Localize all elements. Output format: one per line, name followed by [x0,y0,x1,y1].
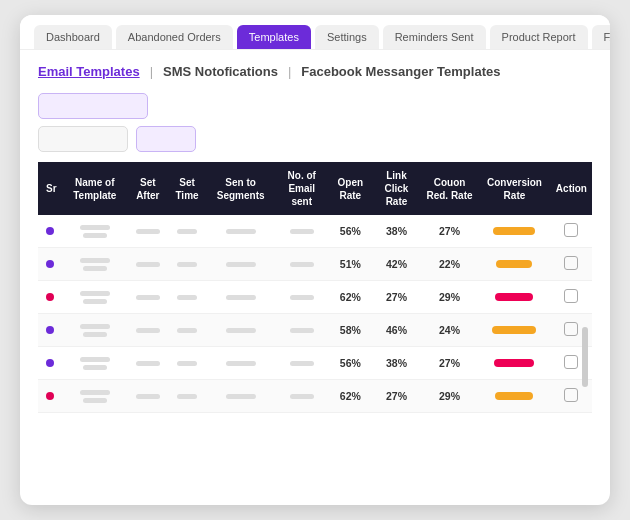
cell-conversion-5 [478,380,551,413]
dot-indicator [46,227,54,235]
cell-sr-0 [38,215,62,248]
scrollbar[interactable] [582,327,588,387]
table-row: 62%27%29% [38,281,592,314]
cell-link-click-5: 27% [372,380,421,413]
tab-settings[interactable]: Settings [315,25,379,49]
cell-conversion-2 [478,281,551,314]
cell-set-time-5 [168,380,207,413]
tab-abandoned-orders[interactable]: Abandoned Orders [116,25,233,49]
dot-indicator [46,359,54,367]
cell-link-click-0: 38% [372,215,421,248]
subnav-sms[interactable]: SMS Notofications [163,64,278,79]
cell-open-rate-0: 56% [329,215,372,248]
col-coupon: Couon Red. Rate [421,162,478,215]
action-icon[interactable] [564,223,578,237]
dot-indicator [46,326,54,334]
cell-open-rate-3: 58% [329,314,372,347]
cell-name-0 [62,215,129,248]
dot-indicator [46,392,54,400]
cell-coupon-3: 24% [421,314,478,347]
cell-set-time-1 [168,248,207,281]
filter-input-main[interactable] [38,93,148,119]
cell-open-rate-2: 62% [329,281,372,314]
action-icon[interactable] [564,388,578,402]
filter-row-1 [38,93,592,119]
tab-reminders-sent[interactable]: Reminders Sent [383,25,486,49]
col-segments: Sen to Segments [206,162,274,215]
cell-link-click-2: 27% [372,281,421,314]
col-open-rate: Open Rate [329,162,372,215]
cell-action-1[interactable] [551,248,592,281]
cell-conversion-3 [478,314,551,347]
cell-coupon-0: 27% [421,215,478,248]
cell-coupon-2: 29% [421,281,478,314]
cell-coupon-5: 29% [421,380,478,413]
cell-num-emails-4 [275,347,329,380]
conversion-bar [492,326,536,334]
conversion-bar [494,359,534,367]
cell-name-2 [62,281,129,314]
cell-conversion-0 [478,215,551,248]
filter-button[interactable] [136,126,196,152]
cell-set-time-0 [168,215,207,248]
cell-link-click-1: 42% [372,248,421,281]
table-header-row: Sr Name of Template Set After Set Time S… [38,162,592,215]
cell-segments-5 [206,380,274,413]
main-card: Dashboard Abandoned Orders Templates Set… [20,15,610,505]
table-row: 62%27%29% [38,380,592,413]
cell-set-time-3 [168,314,207,347]
cell-open-rate-1: 51% [329,248,372,281]
cell-sr-3 [38,314,62,347]
subnav-facebook[interactable]: Facebook Messanger Templates [301,64,500,79]
tab-product-report[interactable]: Product Report [490,25,588,49]
cell-num-emails-3 [275,314,329,347]
action-icon[interactable] [564,256,578,270]
cell-segments-3 [206,314,274,347]
col-set-time: Set Time [168,162,207,215]
cell-name-1 [62,248,129,281]
action-icon[interactable] [564,355,578,369]
filter-input-secondary[interactable] [38,126,128,152]
cell-name-5 [62,380,129,413]
cell-action-0[interactable] [551,215,592,248]
conversion-bar [495,392,533,400]
action-icon[interactable] [564,322,578,336]
cell-sr-1 [38,248,62,281]
col-set-after: Set After [128,162,167,215]
col-action: Action [551,162,592,215]
dot-indicator [46,293,54,301]
action-icon[interactable] [564,289,578,303]
cell-set-after-2 [128,281,167,314]
cell-name-4 [62,347,129,380]
col-name: Name of Template [62,162,129,215]
conversion-bar [495,293,533,301]
nav-tabs: Dashboard Abandoned Orders Templates Set… [20,15,610,50]
tab-faq-support[interactable]: FAQ & SUpport [592,25,610,49]
tab-dashboard[interactable]: Dashboard [34,25,112,49]
cell-conversion-1 [478,248,551,281]
cell-action-2[interactable] [551,281,592,314]
cell-sr-5 [38,380,62,413]
subnav-sep-1: | [150,64,153,79]
cell-link-click-4: 38% [372,347,421,380]
cell-segments-0 [206,215,274,248]
cell-sr-4 [38,347,62,380]
conversion-bar [496,260,532,268]
cell-set-after-0 [128,215,167,248]
col-link-click: Link Click Rate [372,162,421,215]
cell-link-click-3: 46% [372,314,421,347]
cell-sr-2 [38,281,62,314]
cell-open-rate-4: 56% [329,347,372,380]
cell-num-emails-0 [275,215,329,248]
cell-num-emails-2 [275,281,329,314]
cell-set-after-1 [128,248,167,281]
cell-num-emails-5 [275,380,329,413]
cell-segments-2 [206,281,274,314]
col-num-emails: No. of Email sent [275,162,329,215]
tab-templates[interactable]: Templates [237,25,311,49]
cell-set-time-2 [168,281,207,314]
subnav-email-templates[interactable]: Email Templates [38,64,140,79]
cell-set-time-4 [168,347,207,380]
cell-coupon-1: 22% [421,248,478,281]
col-conversion: Conversion Rate [478,162,551,215]
